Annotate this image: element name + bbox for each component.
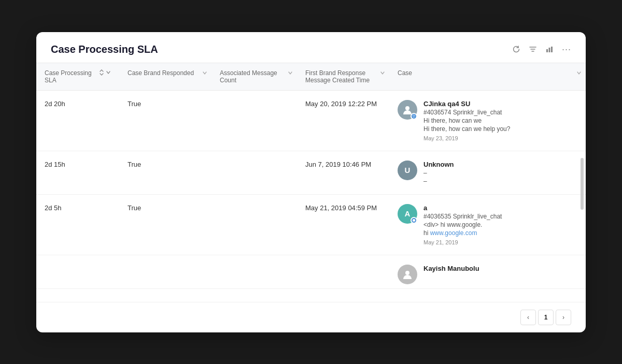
avatar: U <box>398 161 417 180</box>
assoc-count-value <box>211 255 297 288</box>
next-page-button[interactable]: › <box>556 310 571 325</box>
table-wrapper: Case Processing SLA Case Brand Responded <box>36 63 586 302</box>
header-actions: ··· <box>512 44 571 55</box>
first-response-value: May 21, 2019 04:59 PM <box>297 194 389 255</box>
table-container: Case Processing SLA Case Brand Responded <box>36 63 586 289</box>
header: Case Processing SLA ··· <box>36 32 586 63</box>
col-header-assoc: Associated Message Count <box>211 63 297 91</box>
first-response-value: Jun 7, 2019 10:46 PM <box>297 151 389 194</box>
case-value: Kayish Manubolu <box>389 255 586 288</box>
prev-page-button[interactable]: ‹ <box>520 310 536 325</box>
processing-value <box>36 255 119 288</box>
table-header-row: Case Processing SLA Case Brand Responded <box>36 63 586 91</box>
processing-value: 2d 15h <box>36 151 119 194</box>
avatar-badge <box>411 217 417 224</box>
assoc-count-value <box>211 151 297 194</box>
col-dropdown-brand[interactable] <box>202 70 207 77</box>
case-value: U Unknown – – <box>389 151 586 194</box>
avatar-badge <box>411 113 417 120</box>
table-row: 2d 5h True May 21, 2019 04:59 PM A <box>36 194 586 255</box>
svg-point-5 <box>413 219 415 222</box>
first-response-value <box>297 255 389 288</box>
case-info: Kayish Manubolu <box>423 265 479 272</box>
case-link[interactable]: www.google.com <box>430 229 477 237</box>
svg-point-6 <box>405 271 409 275</box>
case-info: CJinka qa4 SU #4036574 Sprinklr_live_cha… <box>423 100 510 141</box>
case-info: a #4036535 Sprinklr_live_chat <div> hi w… <box>423 204 502 245</box>
more-icon[interactable]: ··· <box>562 44 571 55</box>
svg-rect-1 <box>548 48 550 52</box>
first-response-value: May 20, 2019 12:22 PM <box>297 90 389 151</box>
filter-icon[interactable] <box>529 45 537 53</box>
col-header-case: Case <box>389 63 586 91</box>
brand-responded-value: True <box>119 151 211 194</box>
page-title: Case Processing SLA <box>51 43 158 55</box>
data-table: Case Processing SLA Case Brand Responded <box>36 63 586 289</box>
col-dropdown-assoc[interactable] <box>288 70 293 77</box>
pagination: ‹ 1 › <box>36 302 586 332</box>
processing-value: 2d 5h <box>36 194 119 255</box>
svg-point-3 <box>405 106 409 110</box>
col-header-first: First Brand Response Message Created Tim… <box>297 63 389 91</box>
main-window: Case Processing SLA ··· Case <box>36 32 586 332</box>
col-header-processing: Case Processing SLA <box>36 63 119 91</box>
chart-icon[interactable] <box>545 45 554 53</box>
case-value: A a #4036535 Sprinklr_live_chat <d <box>389 194 586 255</box>
table-row: Kayish Manubolu <box>36 255 586 288</box>
svg-rect-2 <box>551 47 553 52</box>
processing-value: 2d 20h <box>36 90 119 151</box>
avatar <box>398 265 417 284</box>
col-dropdown-first[interactable] <box>380 70 385 77</box>
scrollbar[interactable] <box>581 158 584 210</box>
table-row: 2d 20h True May 20, 2019 12:22 PM <box>36 90 586 151</box>
case-info: Unknown – – <box>423 161 454 185</box>
svg-rect-0 <box>546 49 548 52</box>
col-header-brand: Case Brand Responded <box>119 63 211 91</box>
refresh-icon[interactable] <box>512 45 520 53</box>
current-page-button[interactable]: 1 <box>538 310 554 325</box>
brand-responded-value: True <box>119 194 211 255</box>
col-dropdown-case[interactable] <box>576 70 582 77</box>
brand-responded-value <box>119 255 211 288</box>
svg-point-4 <box>414 117 415 118</box>
case-value: CJinka qa4 SU #4036574 Sprinklr_live_cha… <box>389 90 586 151</box>
sort-icon-processing[interactable] <box>98 69 111 76</box>
assoc-count-value <box>211 90 297 151</box>
table-row: 2d 15h True Jun 7, 2019 10:46 PM U <box>36 151 586 194</box>
brand-responded-value: True <box>119 90 211 151</box>
assoc-count-value <box>211 194 297 255</box>
